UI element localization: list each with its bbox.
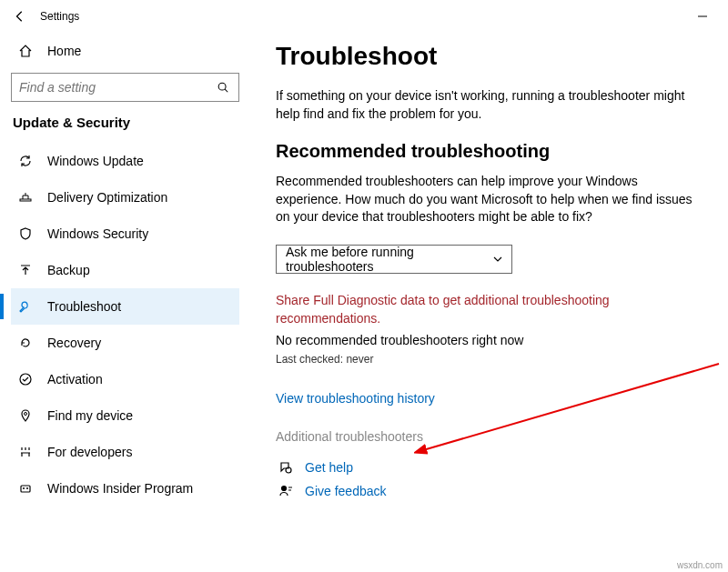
sidebar-item-label: Recovery (47, 336, 101, 350)
sidebar: Home Update & Security Windows Update De… (0, 33, 250, 572)
no-recommended-text: No recommended troubleshooters right now (276, 333, 703, 347)
sidebar-item-label: Delivery Optimization (47, 190, 167, 205)
diagnostic-warning: Share Full Diagnostic data to get additi… (276, 292, 703, 327)
sidebar-item-label: Windows Security (47, 226, 148, 241)
dropdown-value: Ask me before running troubleshooters (286, 245, 493, 274)
shield-icon (16, 226, 35, 241)
give-feedback-label: Give feedback (305, 484, 387, 498)
sidebar-item-label: Backup (47, 263, 90, 277)
view-history-link[interactable]: View troubleshooting history (276, 391, 703, 406)
additional-troubleshooters-link[interactable]: Additional troubleshooters (276, 429, 703, 444)
sidebar-item-troubleshoot[interactable]: Troubleshoot (11, 288, 239, 325)
sidebar-item-for-developers[interactable]: For developers (11, 434, 239, 470)
home-nav[interactable]: Home (11, 33, 239, 69)
minimize-button[interactable] (684, 4, 721, 29)
backup-icon (16, 263, 35, 277)
sync-icon (16, 154, 35, 168)
window-title: Settings (40, 10, 79, 23)
svg-rect-6 (21, 486, 30, 492)
search-input[interactable] (19, 80, 217, 95)
svg-rect-3 (20, 199, 31, 201)
sidebar-item-windows-update[interactable]: Windows Update (11, 143, 239, 179)
get-help-link[interactable]: Get help (276, 460, 703, 475)
give-feedback-link[interactable]: Give feedback (276, 484, 703, 498)
sidebar-item-recovery[interactable]: Recovery (11, 325, 239, 361)
sidebar-item-find-my-device[interactable]: Find my device (11, 397, 239, 434)
search-icon (217, 81, 231, 94)
recommended-desc: Recommended troubleshooters can help imp… (276, 173, 703, 226)
developers-icon (16, 445, 35, 459)
sidebar-item-label: Windows Update (47, 154, 144, 168)
wrench-icon (16, 299, 35, 314)
chevron-down-icon (493, 255, 502, 264)
recommended-heading: Recommended troubleshooting (276, 141, 703, 162)
sidebar-item-backup[interactable]: Backup (11, 252, 239, 288)
svg-point-7 (23, 487, 25, 489)
svg-line-2 (225, 89, 228, 92)
sidebar-item-activation[interactable]: Activation (11, 361, 239, 397)
page-heading: Troubleshoot (276, 42, 703, 71)
svg-point-10 (282, 487, 287, 491)
nav-group-title: Update & Security (13, 115, 239, 130)
check-circle-icon (16, 372, 35, 386)
sidebar-item-windows-insider[interactable]: Windows Insider Program (11, 470, 239, 507)
back-arrow-icon (14, 10, 26, 23)
feedback-icon (276, 484, 296, 498)
svg-point-8 (26, 487, 28, 489)
svg-point-4 (20, 374, 31, 385)
sidebar-item-label: Windows Insider Program (47, 481, 193, 496)
delivery-icon (16, 190, 35, 205)
last-checked-text: Last checked: never (276, 353, 703, 366)
sidebar-item-windows-security[interactable]: Windows Security (11, 216, 239, 252)
svg-point-1 (218, 83, 226, 90)
sidebar-item-label: Find my device (47, 408, 133, 423)
insider-icon (16, 481, 35, 496)
watermark: wsxdn.com (677, 560, 723, 570)
home-icon (16, 44, 35, 58)
recovery-icon (16, 336, 35, 350)
search-box[interactable] (11, 73, 239, 102)
troubleshoot-preference-dropdown[interactable]: Ask me before running troubleshooters (276, 245, 512, 274)
get-help-label: Get help (305, 460, 353, 475)
intro-text: If something on your device isn't workin… (276, 87, 703, 123)
chat-icon (276, 460, 296, 475)
sidebar-item-label: For developers (47, 445, 132, 459)
svg-point-5 (25, 413, 27, 416)
sidebar-item-label: Troubleshoot (47, 299, 121, 314)
minimize-icon (698, 12, 707, 21)
location-icon (16, 408, 35, 423)
titlebar: Settings (0, 0, 728, 33)
content-area: Troubleshoot If something on your device… (250, 33, 728, 572)
home-label: Home (47, 44, 81, 58)
back-button[interactable] (7, 4, 33, 29)
sidebar-item-delivery-optimization[interactable]: Delivery Optimization (11, 179, 239, 216)
sidebar-item-label: Activation (47, 372, 103, 386)
